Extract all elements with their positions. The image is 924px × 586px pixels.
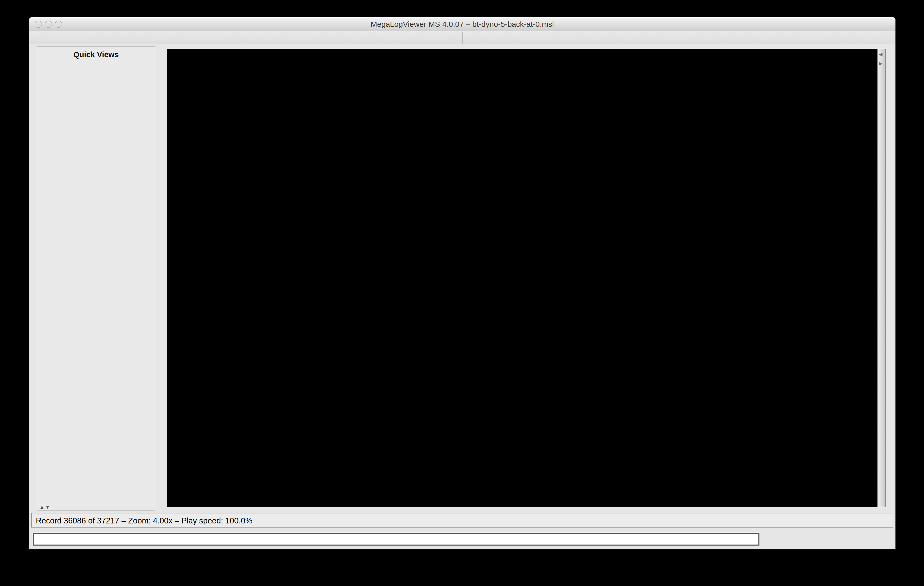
title-bar[interactable]: MegaLogViewer MS 4.0.07 – bt-dyno-5-back… <box>29 17 896 31</box>
graph-area: ◀ ▶ <box>167 49 886 507</box>
app-window: MegaLogViewer MS 4.0.07 – bt-dyno-5-back… <box>29 17 896 550</box>
quick-views-title: Quick Views <box>37 50 155 59</box>
scroll-right-icon[interactable]: ▶ <box>879 61 883 66</box>
status-bar-inner: Record 36086 of 37217 – Zoom: 4.00x – Pl… <box>31 513 893 528</box>
plot-region <box>167 49 878 507</box>
scroll-left-icon[interactable]: ◀ <box>879 51 883 57</box>
graph-horizontal-scrollbar[interactable]: ◀ ▶ <box>878 49 885 507</box>
quick-views-sidebar: Quick Views ▲▼ <box>37 46 155 510</box>
view-tabs <box>462 32 462 43</box>
status-bar: Record 36086 of 37217 – Zoom: 4.00x – Pl… <box>29 512 896 528</box>
tab-row <box>29 31 896 44</box>
window-title: MegaLogViewer MS 4.0.07 – bt-dyno-5-back… <box>29 20 896 28</box>
transport-bar <box>29 530 896 549</box>
record-status-text: Record 36086 of 37217 – Zoom: 4.00x – Pl… <box>36 516 252 525</box>
seek-slider[interactable] <box>33 533 759 546</box>
sidebar-scroll-arrows-icon[interactable]: ▲▼ <box>40 504 51 510</box>
